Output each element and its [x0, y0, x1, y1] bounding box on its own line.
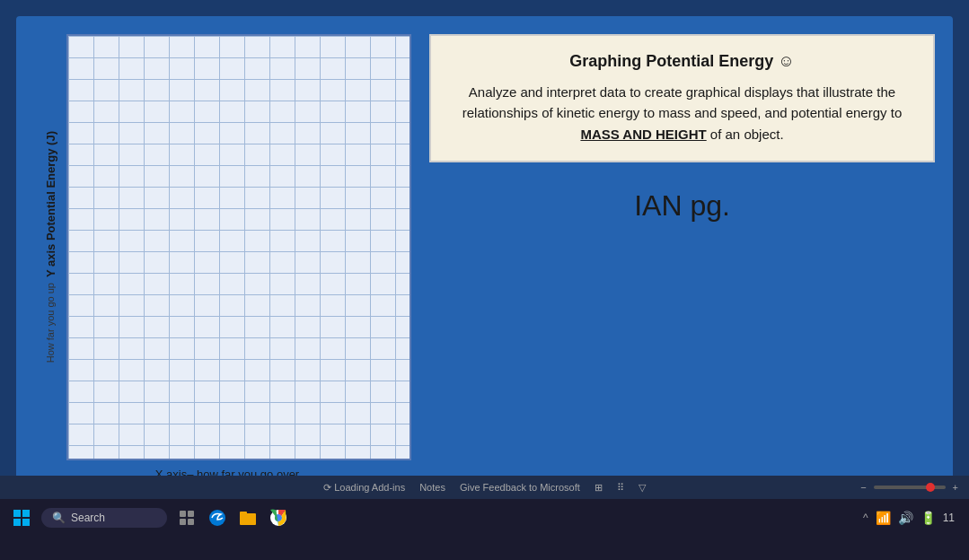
- svg-rect-10: [240, 512, 247, 515]
- taskbar-icons: [172, 503, 293, 532]
- ppt-bar-right: − +: [860, 482, 958, 493]
- loading-addins[interactable]: ⟳ Loading Add-ins: [323, 482, 405, 494]
- zoom-slider[interactable]: [874, 486, 946, 489]
- search-label: Search: [71, 512, 105, 524]
- taskview-icon[interactable]: [172, 503, 201, 532]
- content-box: Graphing Potential Energy ☺ Analyze and …: [429, 34, 935, 162]
- slide-icon: ⊞: [595, 482, 603, 494]
- svg-rect-1: [22, 510, 30, 517]
- graph-grid: [66, 34, 411, 460]
- svg-rect-7: [188, 519, 194, 525]
- plus-btn[interactable]: +: [953, 482, 958, 493]
- svg-rect-6: [180, 519, 186, 525]
- right-content-area: Graphing Potential Energy ☺ Analyze and …: [429, 34, 935, 223]
- search-box[interactable]: 🔍 Search: [41, 508, 167, 528]
- tray-chevron[interactable]: ^: [863, 512, 868, 524]
- svg-rect-2: [13, 519, 21, 526]
- svg-rect-3: [22, 519, 30, 526]
- ppt-status-bar: ⟳ Loading Add-ins Notes Give Feedback to…: [0, 476, 969, 499]
- clock: 11: [943, 512, 955, 524]
- slide-body: Analyze and interpret data to create gra…: [449, 82, 915, 144]
- battery-icon[interactable]: 🔋: [921, 511, 936, 525]
- y-axis-sub-label: How far you go up: [45, 283, 56, 363]
- edge-icon[interactable]: [203, 503, 232, 532]
- slide-title: Graphing Potential Energy ☺: [449, 52, 915, 71]
- minus-btn[interactable]: −: [860, 482, 866, 493]
- grid-icon: ⠿: [617, 482, 624, 494]
- volume-icon[interactable]: 🔊: [898, 511, 913, 525]
- chrome-icon[interactable]: [264, 503, 293, 532]
- fit-icon: ▽: [639, 482, 646, 494]
- wifi-icon[interactable]: 📶: [876, 511, 891, 525]
- svg-rect-4: [180, 511, 186, 517]
- notes-button[interactable]: Notes: [419, 482, 445, 493]
- y-axis-labels: Y axis Potential Energy (J) How far you …: [34, 34, 66, 460]
- addins-icon: ⟳: [323, 482, 331, 493]
- search-icon: 🔍: [52, 512, 66, 524]
- file-explorer-icon[interactable]: [233, 503, 262, 532]
- start-button[interactable]: [7, 503, 36, 532]
- ian-label: IAN pg.: [634, 189, 730, 223]
- zoom-dot: [926, 483, 935, 492]
- svg-rect-5: [188, 511, 194, 517]
- graph-area: Y axis Potential Energy (J) How far you …: [34, 34, 411, 481]
- feedback-button[interactable]: Give Feedback to Microsoft: [460, 482, 580, 493]
- slide-container: Y axis Potential Energy (J) How far you …: [16, 16, 953, 499]
- underline-text: MASS AND HEIGHT: [580, 127, 706, 142]
- body-text-suffix: of an object.: [707, 127, 784, 142]
- y-axis-main-label: Y axis Potential Energy (J): [44, 131, 57, 277]
- svg-rect-0: [13, 510, 21, 517]
- taskbar-main: 🔍 Search: [0, 499, 969, 537]
- taskbar: 🔍 Search: [0, 499, 969, 560]
- body-text-prefix: Analyze and interpret data to create gra…: [462, 84, 902, 120]
- system-tray: ^ 📶 🔊 🔋 11: [863, 511, 962, 525]
- graph-inner: [66, 34, 411, 460]
